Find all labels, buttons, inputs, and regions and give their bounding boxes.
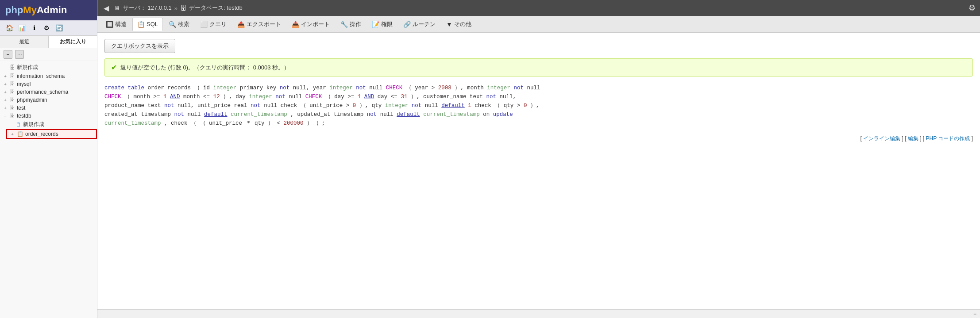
sql-type-int4: integer (249, 94, 272, 100)
tree-item-info-schema[interactable]: + 🗄 information_schema (0, 72, 97, 80)
tab-privileges[interactable]: 📝 権限 (367, 17, 397, 31)
breadcrumb: 🖥 サーバ： 127.0.0.1 » 🗄 データベース: testdb (114, 4, 965, 12)
sql-day-lte: day <= (378, 94, 401, 100)
sidebar-tabs: 最近 お気に入り (0, 36, 97, 48)
kw-not1: not (280, 85, 290, 91)
sql-final-close: ） ）; (307, 120, 325, 126)
sql-type-int1: integer (213, 85, 237, 91)
breadcrumb-sep1: » (174, 5, 177, 11)
sql-table-name: order_records （ id (148, 85, 213, 91)
tab-structure[interactable]: 🔲 構造 (101, 17, 131, 31)
sidebar-logo: phpMyAdmin (0, 0, 97, 20)
edit-links-sep1: ] [ (902, 135, 908, 142)
sql-null4: null (289, 94, 305, 100)
sql-check3: CHECK (305, 94, 322, 100)
expander-test: + (3, 106, 8, 111)
tab-routines-label: ルーチン (413, 20, 436, 28)
sql-check2: CHECK (104, 94, 121, 100)
sql-null2: null (369, 85, 386, 91)
db-label: データベース: testdb (189, 4, 243, 12)
show-query-box-button[interactable]: クエリボックスを表示 (104, 39, 175, 53)
tree-label-order-records: order_records (25, 131, 58, 137)
tab-routines[interactable]: 🔗 ルーチン (398, 17, 440, 31)
tab-operations[interactable]: 🔧 操作 (336, 17, 366, 31)
sql-check1: CHECK (386, 85, 403, 91)
home-icon[interactable]: 🏠 (4, 23, 14, 33)
tree-item-order-records[interactable]: + 📋 order_records (6, 129, 97, 139)
kw-not4: not (275, 94, 286, 100)
tree-item-mysql[interactable]: + 🗄 mysql (0, 80, 97, 88)
tree-item-perf[interactable]: + 🗄 performance_schema (0, 88, 97, 96)
sql-type-int3: integer (487, 85, 510, 91)
chart-icon[interactable]: 📊 (17, 23, 27, 33)
tree-item-new1[interactable]: 🗄 新規作成 (0, 63, 97, 72)
sql-num-2008: 2008 (438, 85, 451, 91)
tab-sql-label: SQL (147, 21, 158, 27)
server-label: サーバ： 127.0.0.1 (123, 4, 172, 12)
sidebar-controls: − ⋯ (0, 48, 97, 61)
sql-null8: null (425, 103, 442, 109)
php-code-link[interactable]: PHP コードの作成 (926, 135, 972, 142)
sql-num-200000: 200000 (284, 120, 304, 126)
kw-not3: not (513, 85, 524, 91)
collapse-bottom-icon[interactable]: − (973, 311, 976, 317)
refresh-icon[interactable]: 🔄 (54, 23, 64, 33)
tab-more[interactable]: ▼ その他 (441, 17, 476, 31)
logo-php: php (5, 4, 23, 15)
tree-item-phpmyadmin[interactable]: + 🗄 phpmyadmin (0, 96, 97, 104)
sql-null7: null check （ unit_price > (264, 103, 353, 109)
collapse-btn[interactable]: − (4, 50, 12, 59)
sql-on-update: on (483, 111, 493, 118)
tree-label-new2: 新規作成 (23, 121, 44, 128)
sql-pk: primary key (240, 85, 280, 91)
tab-recent[interactable]: 最近 (0, 36, 49, 48)
server-icon: 🖥 (114, 4, 120, 11)
expander-mysql: + (3, 82, 8, 87)
edit-links-bracket-close: ] (972, 135, 973, 142)
db-icon: 🗄 (180, 4, 186, 11)
info-icon[interactable]: ℹ (29, 23, 39, 33)
tree-label-info: information_schema (17, 73, 65, 79)
kw-not9: not (174, 111, 185, 118)
edit-link[interactable]: 編集 (908, 135, 920, 142)
tree-label-test: test (17, 105, 25, 111)
kw-not6: not (164, 103, 174, 109)
tab-import-label: インポート (301, 20, 330, 28)
privileges-tab-icon: 📝 (372, 21, 379, 28)
sql-func-cur1: current_timestamp (231, 111, 287, 118)
nav-back-btn[interactable]: ◀ (102, 4, 111, 12)
table-icon-order-records: 📋 (17, 131, 23, 137)
tab-export-label: エクスポート (247, 20, 281, 28)
kw-update: update (493, 111, 513, 118)
tab-more-label: その他 (454, 20, 471, 28)
tab-export[interactable]: 📤 エクスポート (232, 17, 286, 31)
tree-label-perf: performance_schema (17, 89, 68, 95)
tab-import[interactable]: 📥 インポート (287, 17, 335, 31)
expand-btn[interactable]: ⋯ (15, 50, 24, 59)
gear-icon[interactable]: ⚙ (968, 3, 976, 13)
tree-item-testdb[interactable]: − 🗄 testdb (0, 112, 97, 120)
routines-tab-icon: 🔗 (403, 21, 411, 28)
logo-my: My (23, 4, 37, 15)
sql-tab-icon: 📋 (137, 21, 145, 28)
query-tab-icon: ⬜ (200, 21, 208, 28)
tab-favorites[interactable]: お気に入り (49, 36, 97, 48)
db-icon-mysql: 🗄 (10, 81, 15, 87)
sql-paren1: ）, month (455, 85, 487, 91)
tab-sql[interactable]: 📋 SQL (132, 18, 163, 31)
kw-create: create (104, 85, 124, 91)
sql-null6: null, unit_price real (177, 103, 251, 109)
tree-item-new2[interactable]: 🗒 新規作成 (6, 120, 97, 129)
sql-unitprice-close: ）, qty (359, 103, 385, 109)
inline-edit-link[interactable]: インライン編集 (863, 135, 902, 142)
sql-null9: null (188, 111, 204, 118)
sql-func-cur3: current_timestamp (104, 120, 161, 126)
tree-label-phpmyadmin: phpmyadmin (17, 97, 47, 103)
tree-item-test[interactable]: + 🗄 test (0, 104, 97, 112)
settings-icon[interactable]: ⚙ (42, 23, 51, 33)
sql-num-1b: 1 (358, 94, 361, 100)
kw-default3: default (397, 111, 420, 118)
tab-query[interactable]: ⬜ クエリ (195, 17, 231, 31)
tab-search[interactable]: 🔍 検索 (164, 17, 194, 31)
sql-type-int2: integer (329, 85, 353, 91)
